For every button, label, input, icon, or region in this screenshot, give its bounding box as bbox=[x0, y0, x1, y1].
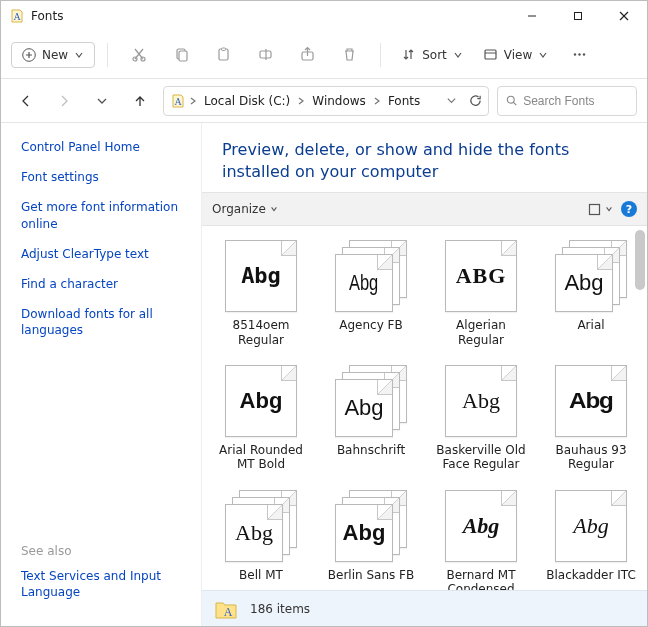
sidebar-link-text-services[interactable]: Text Services and Input Language bbox=[21, 568, 191, 600]
address-bar[interactable]: A Local Disk (C:) Windows Fonts bbox=[163, 86, 489, 116]
font-name-label: Bahnschrift bbox=[337, 443, 405, 457]
font-preview: Abg bbox=[225, 240, 297, 312]
drive-icon: A bbox=[170, 93, 186, 109]
font-preview: Abg bbox=[225, 490, 297, 562]
titlebar: A Fonts bbox=[1, 1, 647, 31]
page-heading: Preview, delete, or show and hide the fo… bbox=[202, 123, 647, 192]
up-button[interactable] bbox=[125, 86, 155, 116]
sidebar-link-cpl-home[interactable]: Control Panel Home bbox=[21, 139, 191, 155]
sort-label: Sort bbox=[422, 48, 447, 62]
layout-button[interactable] bbox=[588, 203, 613, 216]
font-sample: Abg bbox=[349, 272, 378, 294]
minimize-button[interactable] bbox=[509, 1, 555, 31]
sidebar-link-more-info[interactable]: Get more font information online bbox=[21, 199, 191, 231]
font-grid: Abg8514oem RegularAbgAgency FBABGAlgeria… bbox=[202, 226, 647, 590]
sidebar-link-charmap[interactable]: Find a character bbox=[21, 276, 191, 292]
font-sample: Abg bbox=[344, 397, 383, 419]
recent-locations-button[interactable] bbox=[87, 86, 117, 116]
font-sample: Abg bbox=[241, 265, 281, 287]
font-sample: Abg bbox=[564, 272, 603, 294]
font-sample: Abg bbox=[240, 390, 283, 412]
font-sample: Abg bbox=[573, 515, 608, 537]
breadcrumb-windows[interactable]: Windows bbox=[308, 92, 370, 110]
search-input[interactable] bbox=[523, 94, 628, 108]
plus-icon bbox=[22, 48, 36, 62]
font-item[interactable]: AbgArial bbox=[542, 240, 640, 347]
sidebar-link-cleartype[interactable]: Adjust ClearType text bbox=[21, 246, 191, 262]
sidebar-link-download[interactable]: Download fonts for all languages bbox=[21, 306, 191, 338]
sidebar-link-font-settings[interactable]: Font settings bbox=[21, 169, 191, 185]
breadcrumb-fonts[interactable]: Fonts bbox=[384, 92, 424, 110]
font-item[interactable]: AbgBahnschrift bbox=[322, 365, 420, 472]
font-name-label: Baskerville Old Face Regular bbox=[432, 443, 530, 472]
font-item[interactable]: AbgBauhaus 93 Regular bbox=[542, 365, 640, 472]
sort-button[interactable]: Sort bbox=[393, 43, 471, 66]
chevron-down-icon bbox=[605, 205, 613, 213]
close-button[interactable] bbox=[601, 1, 647, 31]
font-preview: Abg bbox=[335, 365, 407, 437]
svg-rect-7 bbox=[179, 51, 187, 61]
search-box[interactable] bbox=[497, 86, 637, 116]
share-button[interactable] bbox=[288, 37, 326, 73]
font-item[interactable]: AbgBernard MT Condensed bbox=[432, 490, 530, 590]
back-button[interactable] bbox=[11, 86, 41, 116]
font-name-label: Arial bbox=[577, 318, 604, 332]
paste-button[interactable] bbox=[204, 37, 242, 73]
font-name-label: Blackadder ITC bbox=[546, 568, 636, 582]
new-button[interactable]: New bbox=[11, 42, 95, 68]
font-name-label: Agency FB bbox=[339, 318, 402, 332]
font-item[interactable]: AbgBaskerville Old Face Regular bbox=[432, 365, 530, 472]
font-preview: Abg bbox=[555, 490, 627, 562]
cut-button[interactable] bbox=[120, 37, 158, 73]
svg-rect-13 bbox=[485, 50, 496, 59]
svg-line-20 bbox=[513, 102, 516, 105]
layout-icon bbox=[588, 203, 601, 216]
font-item[interactable]: AbgArial Rounded MT Bold bbox=[212, 365, 310, 472]
maximize-button[interactable] bbox=[555, 1, 601, 31]
font-item[interactable]: AbgAgency FB bbox=[322, 240, 420, 347]
font-sample: Abg bbox=[463, 515, 500, 537]
chevron-down-icon bbox=[270, 205, 278, 213]
font-item[interactable]: AbgBell MT bbox=[212, 490, 310, 590]
explorer-window: A Fonts New Sort View bbox=[0, 0, 648, 627]
svg-point-16 bbox=[578, 53, 580, 55]
more-button[interactable] bbox=[560, 37, 598, 73]
rename-button[interactable] bbox=[246, 37, 284, 73]
folder-fonts-icon: A bbox=[214, 598, 238, 620]
forward-button[interactable] bbox=[49, 86, 79, 116]
font-sample: Abg bbox=[235, 522, 273, 544]
font-preview: ABG bbox=[445, 240, 517, 312]
help-button[interactable]: ? bbox=[621, 201, 637, 217]
refresh-icon[interactable] bbox=[469, 94, 482, 107]
font-preview: Abg bbox=[555, 240, 627, 312]
chevron-down-icon[interactable] bbox=[446, 95, 457, 106]
copy-button[interactable] bbox=[162, 37, 200, 73]
font-sample: Abg bbox=[462, 390, 500, 412]
separator bbox=[380, 43, 381, 67]
see-also-label: See also bbox=[21, 544, 191, 558]
font-name-label: Bernard MT Condensed bbox=[432, 568, 530, 590]
svg-point-19 bbox=[507, 96, 514, 103]
organize-button[interactable]: Organize bbox=[212, 202, 278, 216]
view-button[interactable]: View bbox=[475, 43, 556, 66]
chevron-down-icon bbox=[453, 50, 463, 60]
body: Control Panel Home Font settings Get mor… bbox=[1, 123, 647, 626]
scrollbar-thumb[interactable] bbox=[635, 230, 645, 290]
svg-rect-2 bbox=[575, 13, 582, 20]
font-name-label: Bell MT bbox=[239, 568, 283, 582]
font-preview: Abg bbox=[555, 365, 627, 437]
font-item[interactable]: AbgBlackadder ITC bbox=[542, 490, 640, 590]
font-item[interactable]: AbgBerlin Sans FB bbox=[322, 490, 420, 590]
font-item[interactable]: ABGAlgerian Regular bbox=[432, 240, 530, 347]
svg-text:A: A bbox=[224, 605, 233, 619]
font-sample: Abg bbox=[343, 522, 386, 544]
organize-bar: Organize ? bbox=[202, 192, 647, 226]
font-name-label: Algerian Regular bbox=[432, 318, 530, 347]
breadcrumb-drive[interactable]: Local Disk (C:) bbox=[200, 92, 294, 110]
view-label: View bbox=[504, 48, 532, 62]
view-icon bbox=[483, 47, 498, 62]
font-sample: ABG bbox=[456, 265, 507, 287]
delete-button[interactable] bbox=[330, 37, 368, 73]
new-label: New bbox=[42, 48, 68, 62]
font-item[interactable]: Abg8514oem Regular bbox=[212, 240, 310, 347]
